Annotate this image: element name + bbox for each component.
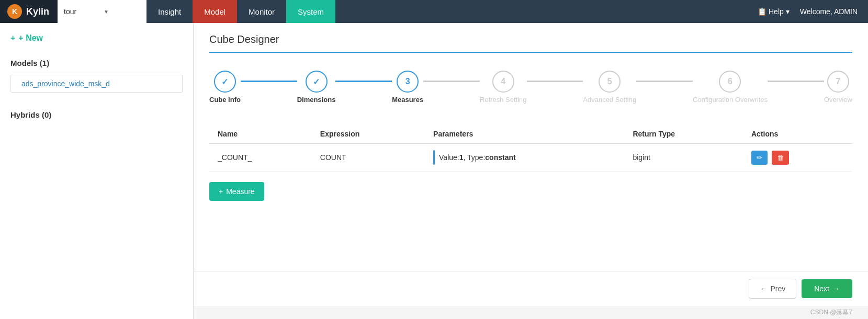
project-value: tour [64, 7, 100, 16]
main-layout: + + New Models (1) ads_province_wide_msk… [0, 23, 868, 319]
nav-menu: Insight Model Monitor System [146, 0, 758, 23]
connector-5-6 [636, 81, 693, 82]
plus-icon: + [219, 187, 223, 196]
prev-label: Prev [770, 284, 785, 293]
nav-item-model[interactable]: Model [193, 0, 237, 23]
arrow-right-icon: → [832, 284, 840, 293]
arrow-left-icon: ← [760, 284, 767, 293]
next-button[interactable]: Next → [802, 279, 852, 298]
hybrids-section-title: Hybrids (0) [0, 95, 193, 124]
step-7-label: Overview [824, 96, 852, 104]
step-7: 7 Overview [824, 71, 852, 104]
cube-designer-title: Cube Designer [209, 33, 852, 53]
step-1: ✓ Cube Info [209, 71, 241, 104]
edit-measure-button[interactable]: ✏ [751, 151, 768, 165]
cell-return-type: bigint [624, 144, 743, 172]
next-label: Next [814, 284, 829, 293]
connector-1-2 [241, 81, 297, 82]
step-6-label: Configuration Overwrites [693, 96, 768, 104]
welcome-label: Welcome, ADMIN [800, 7, 858, 16]
sidebar: + + New Models (1) ads_province_wide_msk… [0, 23, 194, 319]
project-selector[interactable]: tour ▼ [58, 0, 146, 23]
connector-4-5 [527, 81, 583, 82]
measures-table: Name Expression Parameters Return Type A… [209, 124, 852, 172]
table-row: _COUNT_ COUNT Value:1, Type:constant big… [209, 144, 852, 172]
col-name: Name [209, 124, 312, 144]
nav-item-insight[interactable]: Insight [146, 0, 193, 23]
nav-right: 📋 Help ▾ Welcome, ADMIN [758, 7, 868, 16]
param-text: Value:1, Type:constant [439, 153, 516, 162]
param-cell: Value:1, Type:constant [433, 150, 616, 165]
cell-name: _COUNT_ [209, 144, 312, 172]
col-return-type: Return Type [624, 124, 743, 144]
new-button[interactable]: + + New [0, 33, 193, 53]
step-1-circle: ✓ [214, 71, 236, 93]
content-area: Cube Designer ✓ Cube Info ✓ Dimensions 3 [194, 23, 868, 271]
step-6: 6 Configuration Overwrites [693, 71, 768, 104]
step-3: 3 Measures [392, 71, 423, 104]
step-4-circle: 4 [492, 71, 514, 93]
col-parameters: Parameters [425, 124, 624, 144]
step-6-circle: 6 [719, 71, 741, 93]
stepper: ✓ Cube Info ✓ Dimensions 3 Measures [209, 65, 852, 109]
brand-logo: K Kylin [0, 0, 58, 23]
step-2-circle: ✓ [306, 71, 328, 93]
col-expression: Expression [312, 124, 425, 144]
add-measure-button[interactable]: + Measure [209, 182, 264, 201]
step-5: 5 Advanced Setting [583, 71, 636, 104]
step-7-circle: 7 [827, 71, 849, 93]
cell-expression: COUNT [312, 144, 425, 172]
step-2: ✓ Dimensions [297, 71, 336, 104]
watermark: CSDN @落幕7 [194, 306, 868, 319]
nav-item-monitor[interactable]: Monitor [237, 0, 286, 23]
step-3-circle: 3 [397, 71, 419, 93]
step-4: 4 Refresh Setting [480, 71, 527, 104]
step-3-label: Measures [392, 96, 423, 104]
step-1-label: Cube Info [209, 96, 241, 104]
step-2-label: Dimensions [297, 96, 336, 104]
step-5-label: Advanced Setting [583, 96, 636, 104]
param-bar-icon [433, 150, 435, 165]
top-nav: K Kylin tour ▼ Insight Model Monitor Sys… [0, 0, 868, 23]
bottom-bar: ← Prev Next → [194, 271, 868, 306]
brand-icon: K [7, 4, 22, 19]
models-section-title: Models (1) [0, 53, 193, 73]
delete-measure-button[interactable]: 🗑 [772, 151, 789, 165]
step-4-label: Refresh Setting [480, 96, 527, 104]
connector-3-4 [423, 81, 480, 82]
prev-button[interactable]: ← Prev [749, 279, 796, 299]
nav-item-system[interactable]: System [286, 0, 335, 23]
help-menu[interactable]: 📋 Help ▾ [758, 7, 790, 16]
connector-6-7 [768, 81, 824, 82]
chevron-down-icon: ▼ [104, 9, 140, 15]
plus-icon: + [10, 33, 15, 43]
table-header-row: Name Expression Parameters Return Type A… [209, 124, 852, 144]
content-wrapper: Cube Designer ✓ Cube Info ✓ Dimensions 3 [194, 23, 868, 319]
cell-actions: ✏ 🗑 [743, 144, 852, 172]
cell-parameters: Value:1, Type:constant [425, 144, 624, 172]
col-actions: Actions [743, 124, 852, 144]
connector-2-3 [335, 81, 392, 82]
model-item[interactable]: ads_province_wide_msk_d [10, 75, 183, 93]
brand-name: Kylin [26, 6, 49, 17]
add-measure-label: Measure [226, 187, 254, 196]
new-button-label: + New [18, 33, 43, 43]
step-5-circle: 5 [599, 71, 621, 93]
